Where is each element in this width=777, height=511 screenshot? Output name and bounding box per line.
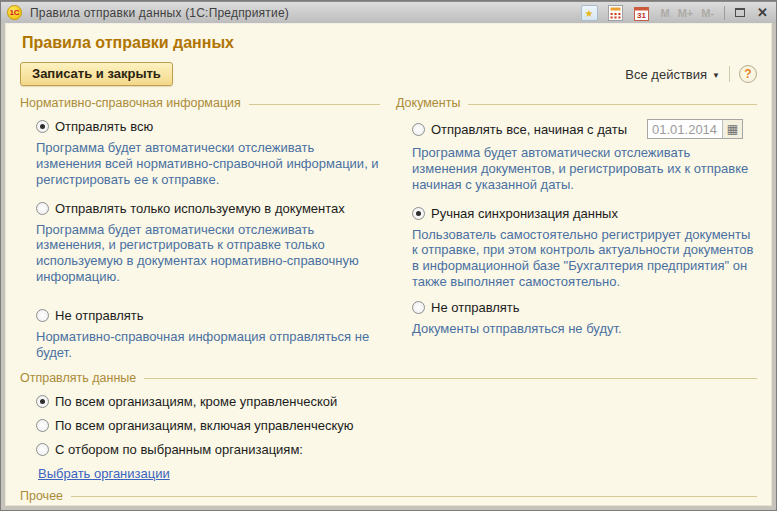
nsi-group-caption-label: Нормативно-справочная информация [20, 96, 241, 110]
radio-label: По всем организациям, кроме управленческ… [55, 394, 337, 409]
group-caption-line [144, 378, 757, 379]
command-bar: Записать и закрыть Все действия ▼ ? [20, 62, 757, 86]
group-caption-line [249, 104, 380, 105]
radio-label: Не отправлять [55, 308, 144, 323]
memory-m-minus-button[interactable]: М- [701, 7, 714, 19]
radio-option-docs-manual-sync[interactable]: Ручная синхронизация данных [412, 206, 757, 221]
star-icon: ★ [581, 5, 598, 21]
calculator-icon[interactable] [606, 4, 625, 22]
command-bar-separator [729, 66, 730, 82]
nsi-group-caption: Нормативно-справочная информация [20, 96, 380, 110]
start-date-value[interactable]: 01.01.2014 [648, 120, 722, 138]
calendar-icon[interactable]: 31 [632, 4, 651, 22]
memory-buttons: М М+ М- [661, 7, 715, 19]
window-title: Правила отправки данных (1С:Предприятие) [30, 6, 289, 20]
start-date-field[interactable]: 01.01.2014 ▦ [647, 119, 743, 139]
nsi-group: Нормативно-справочная информация Отправл… [20, 92, 380, 361]
radio-icon[interactable] [36, 309, 49, 322]
chevron-down-icon: ▼ [712, 69, 720, 80]
radio-icon[interactable] [36, 419, 49, 432]
radio-icon[interactable] [412, 207, 425, 220]
group-caption-line [468, 104, 757, 105]
1c-logo-icon: 1С [7, 5, 22, 20]
radio-label: Отправлять все, начиная с даты [431, 122, 627, 137]
radio-label: Отправлять только используемую в докумен… [55, 201, 345, 216]
docs-option-description: Программа будет автоматически отслеживат… [412, 145, 757, 193]
documents-group-caption: Документы [396, 96, 757, 110]
other-group-caption: Прочее [20, 489, 757, 503]
favorites-icon[interactable]: ★ [580, 4, 599, 22]
send-data-group-caption-label: Отправлять данные [20, 371, 136, 385]
maximize-button[interactable] [735, 8, 745, 17]
radio-option-docs-do-not-send[interactable]: Не отправлять [412, 300, 757, 315]
app-window: 1С Правила отправки данных (1С:Предприят… [0, 0, 777, 511]
nsi-option-description: Программа будет автоматически отслеживат… [36, 222, 380, 285]
radio-icon[interactable] [36, 202, 49, 215]
memory-m-plus-button[interactable]: М+ [678, 7, 694, 19]
nsi-option-description: Нормативно-справочная информация отправл… [36, 329, 380, 361]
save-close-button[interactable]: Записать и закрыть [20, 62, 173, 86]
docs-option-description: Пользователь самостоятельно регистрирует… [412, 227, 757, 290]
form-content: Правила отправки данных Записать и закры… [5, 23, 772, 506]
send-data-group-caption: Отправлять данные [20, 371, 757, 385]
titlebar: 1С Правила отправки данных (1С:Предприят… [1, 1, 776, 23]
close-button[interactable]: ✕ [757, 6, 768, 19]
svg-text:31: 31 [637, 11, 646, 20]
radio-label: Не отправлять [431, 300, 520, 315]
radio-option-orgs-including-management[interactable]: По всем организациям, включая управленче… [36, 418, 757, 433]
other-group: Прочее ✔ Выгружать аналитику по складам … [20, 489, 757, 506]
radio-option-docs-send-from-date[interactable]: Отправлять все, начиная с даты 01.01.201… [412, 119, 757, 139]
radio-option-orgs-except-management[interactable]: По всем организациям, кроме управленческ… [36, 394, 757, 409]
radio-label: По всем организациям, включая управленче… [55, 418, 354, 433]
select-organizations-link[interactable]: Выбрать организации [38, 466, 170, 481]
documents-group-caption-label: Документы [396, 96, 460, 110]
docs-option-description: Документы отправляться не будут. [412, 321, 757, 337]
radio-label: Ручная синхронизация данных [431, 206, 618, 221]
radio-option-nsi-send-all[interactable]: Отправлять всю [36, 119, 380, 134]
calendar-picker-icon[interactable]: ▦ [722, 120, 742, 138]
documents-group: Документы Отправлять все, начиная с даты… [396, 92, 757, 361]
radio-option-nsi-used-only[interactable]: Отправлять только используемую в докумен… [36, 201, 380, 216]
radio-icon[interactable] [412, 301, 425, 314]
titlebar-separator [724, 6, 725, 20]
help-button[interactable]: ? [739, 65, 757, 83]
group-caption-line [71, 496, 757, 497]
send-data-group: Отправлять данные По всем организациям, … [20, 371, 757, 481]
nsi-option-description: Программа будет автоматически отслеживат… [36, 140, 380, 188]
radio-icon[interactable] [36, 120, 49, 133]
radio-icon[interactable] [36, 395, 49, 408]
all-actions-button[interactable]: Все действия ▼ [625, 67, 720, 82]
page-title: Правила отправки данных [22, 34, 757, 52]
radio-icon[interactable] [36, 443, 49, 456]
all-actions-label: Все действия [625, 67, 707, 82]
radio-option-orgs-selected-filter[interactable]: С отбором по выбранным организациям: [36, 442, 757, 457]
radio-option-nsi-do-not-send[interactable]: Не отправлять [36, 308, 380, 323]
memory-m-button[interactable]: М [661, 7, 670, 19]
other-group-caption-label: Прочее [20, 489, 63, 503]
radio-icon[interactable] [412, 123, 425, 136]
radio-label: С отбором по выбранным организациям: [55, 442, 303, 457]
radio-label: Отправлять всю [55, 119, 153, 134]
